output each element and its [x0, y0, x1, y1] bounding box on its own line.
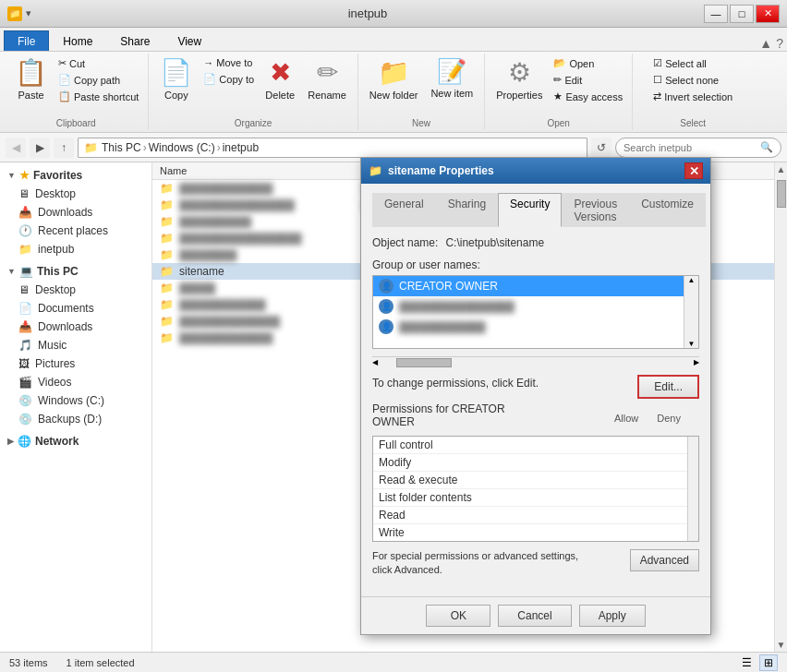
copy-path-button[interactable]: 📄 Copy path [54, 72, 142, 88]
copy-button[interactable]: 📄 Copy [154, 55, 198, 102]
dialog-close-button[interactable]: ✕ [684, 162, 703, 179]
easy-access-icon: ★ [553, 90, 563, 102]
organize-small-group: → Move to 📄 Copy to [200, 55, 258, 87]
path-thispc[interactable]: This PC [102, 141, 141, 154]
scroll-up-icon[interactable]: ▲ [775, 162, 787, 176]
help-icon[interactable]: ? [776, 36, 783, 51]
title-bar-left: 📁 ▾ [7, 6, 31, 21]
tab-home[interactable]: Home [49, 30, 106, 51]
tiles-view-button[interactable]: ⊞ [759, 654, 778, 671]
tab-share[interactable]: Share [106, 30, 163, 51]
copy-to-button[interactable]: 📄 Copy to [200, 71, 258, 87]
tab-previous-versions[interactable]: Previous Versions [562, 193, 629, 227]
perms-scrollbar[interactable] [687, 437, 698, 541]
new-item-button[interactable]: 📝 New item [425, 55, 478, 101]
users-scroll-down[interactable]: ▼ [688, 340, 696, 348]
users-horiz-scrollbar[interactable]: ◀ ▶ [372, 356, 699, 367]
address-path[interactable]: 📁 This PC › Windows (C:) › inetpub [78, 138, 587, 158]
tab-sharing[interactable]: Sharing [436, 193, 498, 227]
back-button[interactable]: ◀ [6, 138, 26, 158]
paste-button[interactable]: 📋 Paste [9, 55, 53, 102]
sidebar-item-backups-d[interactable]: 💿 Backups (D:) [0, 410, 151, 428]
select-none-button[interactable]: ☐ Select none [649, 72, 736, 88]
videos-icon: 🎬 [18, 376, 32, 389]
cut-icon: ✂ [58, 57, 67, 69]
favorites-header[interactable]: ▼ ★ Favorites [0, 166, 151, 185]
rename-button[interactable]: ✏ Rename [302, 55, 352, 102]
tab-file[interactable]: File [4, 30, 49, 51]
cancel-button[interactable]: Cancel [498, 605, 571, 627]
sidebar-item-recentplaces[interactable]: 🕐 Recent places [0, 222, 151, 240]
easy-access-button[interactable]: ★ Easy access [550, 89, 626, 104]
delete-button[interactable]: ✖ Delete [260, 55, 300, 102]
open-button[interactable]: 📂 Open [550, 55, 626, 71]
path-inetpub[interactable]: inetpub [223, 141, 259, 154]
users-list[interactable]: 👤 CREATOR OWNER 👤 ████████████████ 👤 ███… [372, 275, 699, 349]
edit-button[interactable]: ✏ Edit [550, 72, 626, 88]
sidebar-item-videos[interactable]: 🎬 Videos [0, 373, 151, 391]
advanced-button[interactable]: Advanced [630, 549, 699, 571]
new-folder-button[interactable]: 📁 New folder [364, 55, 424, 102]
main-scrollbar[interactable]: ▲ ▼ [774, 162, 787, 652]
horiz-left-icon[interactable]: ◀ [372, 358, 378, 366]
sidebar-item-downloads-fav[interactable]: 📥 Downloads [0, 203, 151, 222]
organize-label: Organize [235, 116, 272, 128]
tab-general[interactable]: General [372, 193, 436, 227]
advanced-text: For special permissions or advanced sett… [372, 549, 623, 578]
sidebar-item-desktop-pc[interactable]: 🖥 Desktop [0, 281, 151, 299]
thispc-section: ▼ 💻 This PC 🖥 Desktop 📄 Documents 📥 Down… [0, 262, 151, 428]
cut-button[interactable]: ✂ Cut [54, 55, 142, 71]
close-button[interactable]: ✕ [756, 5, 780, 23]
tab-view[interactable]: View [163, 30, 215, 51]
users-scroll-up[interactable]: ▲ [688, 276, 696, 284]
details-view-button[interactable]: ☰ [737, 654, 756, 671]
up-button[interactable]: ↑ [54, 138, 74, 158]
collapse-ribbon-icon[interactable]: ▲ [759, 36, 772, 51]
thispc-icon: 💻 [19, 265, 33, 278]
user-item-creator-owner[interactable]: 👤 CREATOR OWNER [373, 276, 684, 296]
horiz-right-icon[interactable]: ▶ [694, 358, 699, 366]
paste-shortcut-button[interactable]: 📋 Paste shortcut [54, 89, 142, 104]
user-item-blurred1[interactable]: 👤 ████████████████ [373, 296, 684, 317]
sidebar-item-pictures[interactable]: 🖼 Pictures [0, 354, 151, 373]
invert-selection-icon: ⇄ [653, 90, 661, 102]
horiz-thumb[interactable] [396, 358, 452, 367]
refresh-button[interactable]: ↺ [591, 138, 611, 158]
sidebar-item-desktop-fav[interactable]: 🖥 Desktop [0, 185, 151, 203]
forward-button[interactable]: ▶ [30, 138, 50, 158]
tab-security[interactable]: Security [498, 193, 562, 227]
sidebar-item-downloads-pc[interactable]: 📥 Downloads [0, 318, 151, 336]
path-drive[interactable]: Windows (C:) [149, 141, 215, 154]
scrollbar-thumb[interactable] [777, 180, 786, 208]
edit-button-dialog[interactable]: Edit... [637, 375, 699, 399]
sidebar-item-music[interactable]: 🎵 Music [0, 336, 151, 354]
dialog-tabs: General Sharing Security Previous Versio… [372, 193, 699, 227]
search-box[interactable]: 🔍 [615, 138, 781, 158]
minimize-button[interactable]: — [704, 5, 728, 23]
thispc-header[interactable]: ▼ 💻 This PC [0, 262, 151, 281]
select-all-button[interactable]: ☑ Select all [649, 55, 736, 71]
perm-row-fullcontrol: Full control [373, 437, 687, 454]
tab-customize[interactable]: Customize [629, 193, 706, 227]
search-input[interactable] [624, 142, 760, 153]
invert-selection-button[interactable]: ⇄ Invert selection [649, 89, 736, 104]
users-scrollbar[interactable]: ▲ ▼ [684, 276, 698, 348]
sidebar-item-documents[interactable]: 📄 Documents [0, 299, 151, 318]
sidebar-item-windows-c[interactable]: 💿 Windows (C:) [0, 391, 151, 410]
pictures-icon: 🖼 [18, 357, 30, 370]
object-name-value: C:\inetpub\sitename [445, 236, 544, 249]
col-name[interactable]: Name [152, 165, 356, 176]
clipboard-small-group: ✂ Cut 📄 Copy path 📋 Paste shortcut [54, 55, 142, 104]
sidebar-item-inetpub-fav[interactable]: 📁 inetpub [0, 240, 151, 258]
network-header[interactable]: ▶ 🌐 Network [0, 432, 151, 450]
ok-button[interactable]: OK [426, 605, 490, 627]
move-to-button[interactable]: → Move to [200, 55, 258, 70]
scroll-down-icon[interactable]: ▼ [775, 638, 787, 652]
user-item-blurred2[interactable]: 👤 ████████████ [373, 317, 684, 337]
path-home-icon: 📁 [84, 141, 98, 154]
folder-icon: 📁 [160, 331, 174, 344]
properties-button[interactable]: ⚙ Properties [490, 55, 548, 102]
perm-for-label: Permissions for CREATOROWNER [372, 402, 505, 428]
apply-button[interactable]: Apply [579, 605, 646, 627]
maximize-button[interactable]: □ [730, 5, 754, 23]
